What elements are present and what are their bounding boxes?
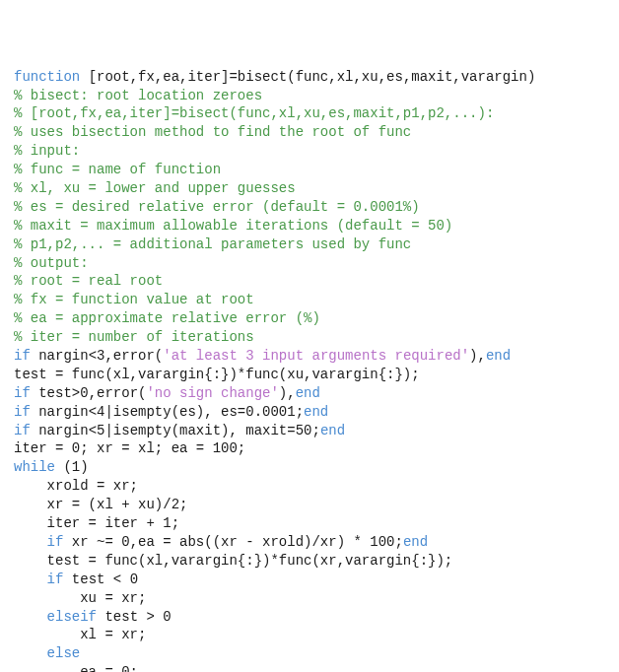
keyword-token: if — [14, 404, 38, 420]
code-line: % iter = number of iterations — [14, 328, 605, 347]
keyword-token: if — [47, 534, 72, 550]
code-line: iter = 0; xr = xl; ea = 100; — [14, 439, 605, 458]
code-line: xr = (xl + xu)/2; — [14, 496, 605, 514]
comment-token: % func = name of function — [14, 162, 221, 177]
comment-token: % maxit = maximum allowable iterations (… — [14, 218, 452, 234]
keyword-token: function — [14, 69, 89, 85]
code-line: % uses bisection method to find the root… — [14, 123, 605, 142]
code-line: test = func(xl,varargin{:})*func(xr,vara… — [14, 552, 605, 571]
code-line: % output: — [14, 254, 605, 273]
comment-token: % es = desired relative error (default =… — [14, 199, 420, 215]
code-line: % fx = function value at root — [14, 291, 605, 309]
code-token: xu = xr; — [14, 590, 146, 606]
code-line: iter = iter + 1; — [14, 514, 605, 533]
code-token: test = func(xl,varargin{:})*func(xr,vara… — [14, 553, 452, 569]
code-token: xr = (xl + xu)/2; — [14, 497, 187, 512]
code-token — [14, 609, 47, 625]
code-line: function [root,fx,ea,iter]=bisect(func,x… — [14, 68, 605, 87]
code-token: test>0,error( — [38, 385, 146, 401]
code-line: if nargin<4|isempty(es), es=0.0001;end — [14, 403, 605, 422]
code-line: % es = desired relative error (default =… — [14, 198, 605, 217]
code-token: iter = iter + 1; — [14, 515, 179, 531]
code-line: ea = 0; — [14, 663, 605, 672]
code-line: % maxit = maximum allowable iterations (… — [14, 217, 605, 235]
code-token: xrold = xr; — [14, 478, 138, 494]
code-token: nargin<4|isempty(es), es=0.0001; — [38, 404, 304, 420]
matlab-code-block: function [root,fx,ea,iter]=bisect(func,x… — [14, 68, 605, 672]
comment-token: % [root,fx,ea,iter]=bisect(func,xl,xu,es… — [14, 105, 494, 121]
keyword-token: elseif — [47, 609, 105, 625]
code-token: xr ~= 0,ea = abs((xr - xrold)/xr) * 100; — [72, 534, 403, 550]
comment-token: % root = real root — [14, 273, 163, 289]
code-line: % ea = approximate relative error (%) — [14, 309, 605, 328]
keyword-token: end — [403, 534, 428, 550]
code-token: iter = 0; xr = xl; ea = 100; — [14, 440, 245, 456]
code-token: xl = xr; — [14, 627, 146, 642]
code-line: xu = xr; — [14, 589, 605, 608]
code-token: test > 0 — [104, 609, 171, 625]
code-token: ), — [279, 385, 296, 401]
code-line: if test < 0 — [14, 571, 605, 589]
code-line: xrold = xr; — [14, 477, 605, 496]
comment-token: % xl, xu = lower and upper guesses — [14, 180, 296, 196]
code-token: nargin<5|isempty(maxit), maxit=50; — [38, 423, 320, 438]
code-line: if nargin<5|isempty(maxit), maxit=50;end — [14, 422, 605, 440]
keyword-token: if — [47, 571, 72, 587]
code-token: [root,fx,ea,iter]=bisect(func,xl,xu,es,m… — [89, 69, 536, 85]
keyword-token: if — [14, 423, 38, 438]
comment-token: % iter = number of iterations — [14, 329, 254, 345]
keyword-token: end — [320, 423, 345, 438]
comment-token: % fx = function value at root — [14, 292, 254, 307]
code-line: % p1,p2,... = additional parameters used… — [14, 235, 605, 254]
keyword-token: end — [304, 404, 328, 420]
string-token: 'no sign change' — [146, 385, 278, 401]
keyword-token: end — [486, 348, 511, 364]
code-line: % xl, xu = lower and upper guesses — [14, 179, 605, 198]
code-line: if xr ~= 0,ea = abs((xr - xrold)/xr) * 1… — [14, 533, 605, 552]
code-token: (1) — [63, 459, 88, 475]
code-token: test < 0 — [72, 571, 138, 587]
code-line: if nargin<3,error('at least 3 input argu… — [14, 347, 605, 366]
code-token: ), — [469, 348, 486, 364]
code-token: ea = 0; — [14, 664, 138, 672]
code-token — [14, 534, 47, 550]
comment-token: % output: — [14, 255, 89, 271]
comment-token: % input: — [14, 143, 80, 159]
comment-token: % uses bisection method to find the root… — [14, 124, 411, 140]
code-token: nargin<3,error( — [38, 348, 163, 364]
keyword-token: else — [47, 645, 81, 661]
comment-token: % bisect: root location zeroes — [14, 88, 262, 103]
keyword-token: if — [14, 348, 38, 364]
code-token — [14, 645, 47, 661]
string-token: 'at least 3 input arguments required' — [163, 348, 469, 364]
code-line: % bisect: root location zeroes — [14, 87, 605, 105]
comment-token: % p1,p2,... = additional parameters used… — [14, 236, 411, 252]
code-token: test = func(xl,varargin{:})*func(xu,vara… — [14, 367, 420, 382]
code-line: xl = xr; — [14, 626, 605, 644]
keyword-token: if — [14, 385, 38, 401]
code-line: % [root,fx,ea,iter]=bisect(func,xl,xu,es… — [14, 104, 605, 123]
code-line: if test>0,error('no sign change'),end — [14, 384, 605, 403]
keyword-token: while — [14, 459, 63, 475]
code-line: % input: — [14, 142, 605, 161]
code-line: else — [14, 644, 605, 663]
code-line: % func = name of function — [14, 161, 605, 179]
code-line: % root = real root — [14, 272, 605, 291]
keyword-token: end — [296, 385, 320, 401]
code-line: test = func(xl,varargin{:})*func(xu,vara… — [14, 366, 605, 384]
code-line: elseif test > 0 — [14, 608, 605, 627]
comment-token: % ea = approximate relative error (%) — [14, 310, 320, 326]
code-line: while (1) — [14, 458, 605, 477]
code-token — [14, 571, 47, 587]
